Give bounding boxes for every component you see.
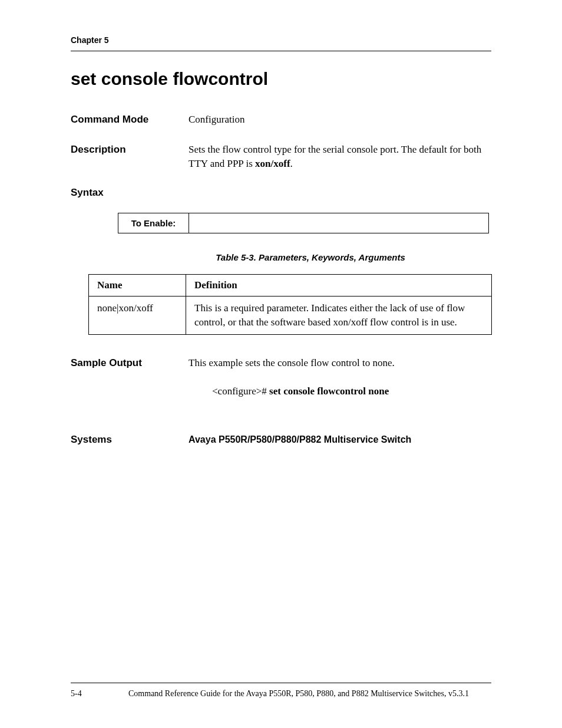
sample-output-label: Sample Output [71, 357, 189, 369]
page-footer: 5-4 Command Reference Guide for the Avay… [71, 683, 491, 699]
chapter-header: Chapter 5 [71, 35, 491, 51]
params-table: Name Definition none|xon/xoff This is a … [88, 274, 492, 335]
footer-text: Command Reference Guide for the Avaya P5… [106, 689, 491, 699]
description-value: Sets the flow control type for the seria… [189, 143, 491, 172]
systems-row: Systems Avaya P550R/P580/P880/P882 Multi… [71, 433, 491, 446]
footer-page-number: 5-4 [71, 689, 106, 699]
page-title: set console flowcontrol [71, 69, 491, 89]
syntax-enable-label: To Enable: [118, 213, 189, 233]
table-caption: Table 5-3. Parameters, Keywords, Argumen… [130, 252, 491, 262]
description-label: Description [71, 144, 189, 156]
command-mode-value: Configuration [189, 113, 491, 127]
sample-output-row: Sample Output This example sets the cons… [71, 356, 491, 371]
description-bold: xon/xoff [255, 158, 290, 169]
description-text-1: Sets the flow control type for the seria… [189, 144, 481, 170]
params-header-definition: Definition [186, 274, 492, 296]
systems-value: Avaya P550R/P580/P880/P882 Multiservice … [189, 433, 491, 446]
systems-label: Systems [71, 434, 189, 446]
description-row: Description Sets the flow control type f… [71, 143, 491, 172]
params-header-row: Name Definition [89, 274, 492, 296]
syntax-enable-value [189, 213, 489, 233]
syntax-label: Syntax [71, 187, 491, 199]
table-row: none|xon/xoff This is a required paramet… [89, 296, 492, 334]
params-header-name: Name [89, 274, 186, 296]
command-mode-label: Command Mode [71, 114, 189, 126]
sample-command-prefix: <configure># [212, 386, 269, 397]
syntax-table: To Enable: [118, 213, 489, 233]
command-mode-row: Command Mode Configuration [71, 113, 491, 127]
sample-output-text: This example sets the console flow contr… [189, 356, 491, 371]
param-name: none|xon/xoff [89, 296, 186, 334]
description-text-2: . [290, 158, 293, 169]
sample-command: <configure># set console flowcontrol non… [212, 386, 491, 397]
syntax-enable-row: To Enable: [118, 213, 489, 233]
sample-command-bold: set console flowcontrol none [269, 386, 389, 397]
param-definition: This is a required parameter. Indicates … [186, 296, 492, 334]
